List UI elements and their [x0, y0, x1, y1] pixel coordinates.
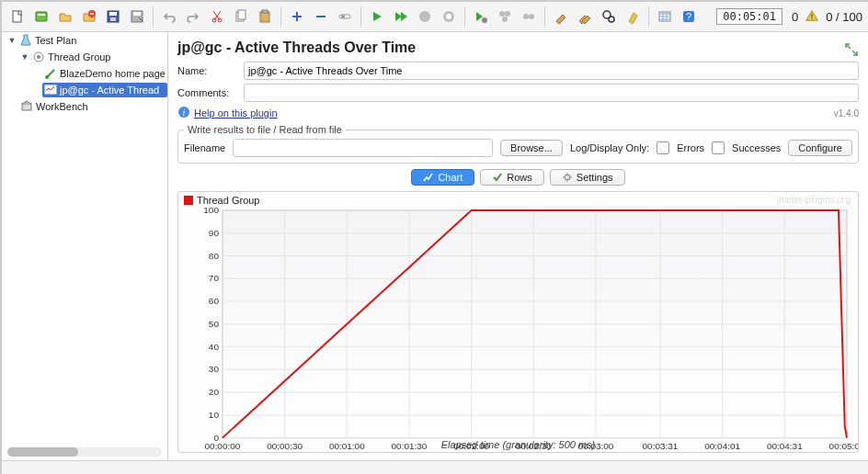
svg-text:60: 60 [209, 296, 220, 306]
chart-svg: 010203040506070809010000:00:0000:00:3000… [178, 192, 858, 453]
status-bar [2, 460, 868, 474]
comments-input[interactable] [244, 84, 859, 102]
reset-search-icon[interactable] [622, 6, 643, 27]
svg-rect-0 [13, 11, 21, 22]
toggle-icon[interactable] [335, 6, 355, 27]
info-icon: i [177, 106, 190, 120]
tree-horizontal-scrollbar[interactable] [7, 447, 162, 457]
svg-text:90: 90 [209, 228, 220, 238]
browse-button[interactable]: Browse... [500, 140, 563, 156]
svg-rect-1 [36, 12, 47, 21]
tree-thread-group[interactable]: ▼Thread Group [18, 50, 167, 64]
svg-rect-32 [812, 17, 813, 18]
name-label: Name: [177, 65, 238, 76]
undo-icon[interactable] [159, 6, 179, 27]
file-fieldset: Write results to file / Read from file F… [177, 124, 859, 164]
successes-label: Successes [732, 142, 781, 153]
collapse-icon[interactable] [311, 6, 331, 27]
start-icon[interactable] [367, 6, 387, 27]
clear-icon[interactable] [551, 6, 571, 27]
paste-icon[interactable] [255, 6, 275, 27]
svg-point-20 [482, 17, 487, 23]
warning-icon [805, 9, 818, 25]
open-icon[interactable] [55, 6, 75, 27]
cut-icon[interactable] [207, 6, 227, 27]
save-as-icon[interactable] [127, 6, 147, 27]
svg-text:40: 40 [209, 342, 220, 352]
remote-start-all-icon[interactable] [495, 6, 515, 27]
configure-button[interactable]: Configure [788, 140, 852, 156]
svg-point-34 [37, 55, 40, 59]
filename-label: Filename [184, 142, 225, 153]
panel-title: jp@gc - Active Threads Over Time [177, 40, 844, 56]
thread-counter: 0 / 100 [826, 10, 862, 24]
test-plan-tree[interactable]: ▼Test Plan ▼Thread Group BlazeDemo home … [2, 32, 168, 460]
successes-checkbox[interactable] [712, 141, 725, 154]
svg-rect-14 [262, 10, 268, 13]
svg-text:i: i [183, 107, 186, 118]
tab-chart[interactable]: Chart [411, 169, 474, 186]
svg-rect-37 [22, 104, 31, 110]
svg-text:100: 100 [203, 205, 219, 215]
svg-point-19 [446, 14, 451, 19]
svg-rect-40 [423, 172, 434, 183]
svg-text:10: 10 [209, 410, 220, 420]
tree-test-plan[interactable]: ▼Test Plan [6, 33, 167, 48]
expand-icon[interactable] [287, 6, 307, 27]
filename-input[interactable] [233, 139, 493, 157]
redo-icon[interactable] [183, 6, 203, 27]
svg-point-17 [419, 11, 430, 22]
svg-rect-8 [133, 12, 141, 16]
plugin-version: v1.4.0 [834, 108, 859, 118]
svg-point-41 [565, 175, 569, 180]
errors-label: Errors [677, 142, 704, 153]
svg-rect-6 [110, 17, 116, 21]
copy-icon[interactable] [231, 6, 251, 27]
tree-workbench[interactable]: WorkBench [18, 99, 167, 114]
clear-all-icon[interactable] [575, 6, 595, 27]
help-icon[interactable]: ? [679, 6, 699, 27]
svg-text:00:01:00: 00:01:00 [329, 441, 365, 451]
remote-start-icon[interactable] [471, 6, 491, 27]
svg-point-16 [341, 15, 345, 18]
tree-active-threads-listener[interactable]: jp@gc - Active Thread [42, 83, 167, 97]
tab-settings[interactable]: Settings [550, 169, 625, 186]
comments-label: Comments: [177, 87, 238, 98]
name-input[interactable] [244, 62, 859, 80]
svg-point-35 [45, 75, 49, 79]
svg-text:20: 20 [209, 387, 220, 397]
shutdown-icon[interactable] [439, 6, 459, 27]
templates-icon[interactable] [31, 6, 51, 27]
expand-panel-icon[interactable] [844, 42, 859, 57]
svg-point-21 [499, 11, 505, 17]
svg-text:?: ? [686, 11, 691, 22]
svg-rect-31 [812, 14, 813, 17]
stop-icon[interactable] [415, 6, 435, 27]
search-icon[interactable] [599, 6, 619, 27]
new-icon[interactable] [7, 6, 28, 27]
svg-text:00:03:00: 00:03:00 [578, 441, 614, 451]
errors-checkbox[interactable] [657, 141, 669, 154]
help-link[interactable]: Help on this plugin [194, 107, 278, 118]
start-no-pause-icon[interactable] [391, 6, 411, 27]
main-toolbar: ? 00:05:01 0 0 / 100 [2, 2, 868, 32]
remote-stop-icon[interactable] [519, 6, 539, 27]
svg-rect-2 [38, 14, 45, 16]
save-icon[interactable] [103, 6, 123, 27]
sampler-icon [44, 67, 57, 80]
flask-icon [19, 34, 32, 47]
thread-group-icon [32, 51, 45, 63]
function-helper-icon[interactable] [655, 6, 675, 27]
listener-panel: jp@gc - Active Threads Over Time Name: C… [168, 32, 868, 460]
close-icon[interactable] [79, 6, 99, 27]
svg-text:80: 80 [209, 251, 220, 261]
svg-rect-5 [109, 12, 117, 16]
tab-rows[interactable]: Rows [480, 169, 544, 186]
svg-text:30: 30 [209, 364, 220, 374]
svg-text:00:02:00: 00:02:00 [453, 441, 489, 451]
elapsed-time: 00:05:01 [716, 8, 782, 25]
svg-text:50: 50 [209, 319, 220, 329]
workbench-icon [20, 100, 33, 113]
svg-rect-13 [260, 12, 269, 22]
tree-blazedemo-sampler[interactable]: BlazeDemo home page [42, 66, 167, 81]
